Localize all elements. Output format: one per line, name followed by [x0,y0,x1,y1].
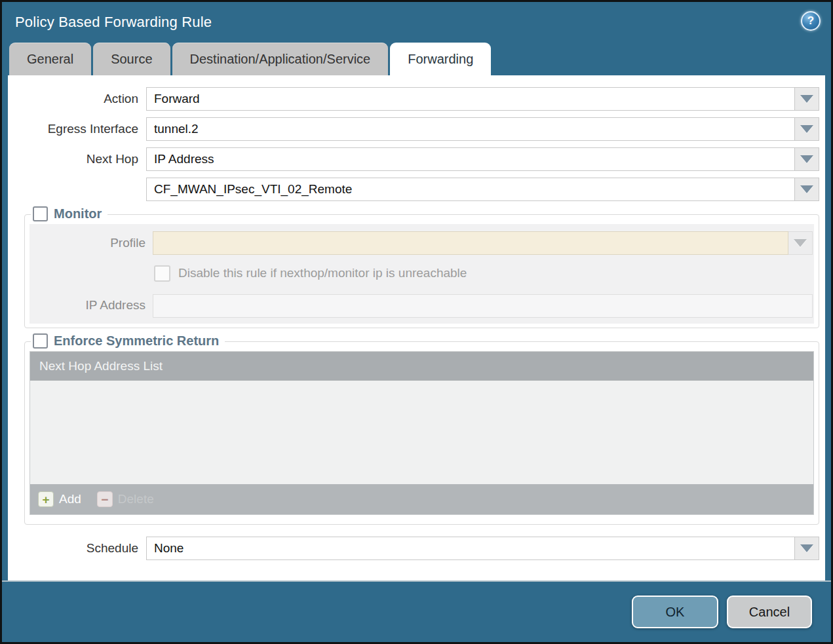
tab-source[interactable]: Source [93,43,170,75]
plus-icon: + [38,491,54,507]
next-hop-type-select[interactable]: IP Address [146,147,795,171]
action-label: Action [8,92,138,106]
chevron-down-icon [794,239,807,247]
delete-button-label: Delete [118,492,154,506]
dialog-titlebar: Policy Based Forwarding Rule ? [2,2,831,43]
chevron-down-icon [800,544,813,552]
monitor-ip-address-label: IP Address [29,298,145,313]
disable-rule-label: Disable this rule if nexthop/monitor ip … [178,266,467,280]
monitor-fieldset: Monitor Profile Disable this rule if nex… [24,214,819,328]
next-hop-address-dropdown-button[interactable] [795,178,819,201]
egress-interface-row: Egress Interface tunnel.2 [8,117,825,141]
monitor-panel: Profile Disable this rule if nexthop/mon… [29,224,814,324]
monitor-label: Monitor [54,206,102,221]
next-hop-address-list-header: Next Hop Address List [30,352,813,381]
schedule-row: Schedule None [8,537,825,560]
chevron-down-icon [800,95,813,103]
action-row: Action Forward [8,87,825,111]
monitor-ip-address-row: IP Address [29,294,814,316]
monitor-checkbox[interactable] [33,206,48,221]
ok-button[interactable]: OK [632,596,718,628]
tab-general[interactable]: General [9,43,91,75]
schedule-label: Schedule [8,541,138,556]
forwarding-tab-panel: Action Forward Egress Interface tunnel.2… [8,75,825,580]
tab-forwarding[interactable]: Forwarding [390,43,491,75]
schedule-select[interactable]: None [146,537,795,560]
next-hop-address-select[interactable]: CF_MWAN_IPsec_VTI_02_Remote [146,178,795,201]
profile-dropdown-button [788,231,813,255]
disable-rule-row: Disable this rule if nexthop/monitor ip … [154,265,814,281]
dialog-title: Policy Based Forwarding Rule [15,14,212,31]
egress-interface-dropdown-button[interactable] [795,117,819,141]
policy-based-forwarding-dialog: Policy Based Forwarding Rule ? General S… [2,2,831,642]
action-dropdown-button[interactable] [795,87,819,111]
enforce-symmetric-return-legend: Enforce Symmetric Return [31,333,225,349]
disable-rule-checkbox [154,265,170,282]
next-hop-address-list-body[interactable] [30,381,813,484]
tab-bar: General Source Destination/Application/S… [2,43,831,75]
profile-label: Profile [29,236,145,250]
next-hop-address-list-toolbar: + Add − Delete [30,484,813,514]
enforce-symmetric-return-fieldset: Enforce Symmetric Return Next Hop Addres… [24,341,819,525]
egress-interface-select[interactable]: tunnel.2 [146,117,795,141]
chevron-down-icon [800,155,813,163]
next-hop-label: Next Hop [8,152,138,166]
action-select[interactable]: Forward [146,87,795,111]
schedule-dropdown-button[interactable] [795,537,819,560]
tab-destination-application-service[interactable]: Destination/Application/Service [172,43,389,75]
egress-interface-label: Egress Interface [8,122,138,136]
next-hop-row: Next Hop IP Address [8,147,825,171]
monitor-ip-address-input [153,294,813,318]
next-hop-address-row: CF_MWAN_IPsec_VTI_02_Remote [8,178,825,201]
add-button-label: Add [59,492,81,506]
next-hop-type-dropdown-button[interactable] [795,147,819,171]
chevron-down-icon [800,185,813,193]
help-icon[interactable]: ? [801,11,821,31]
minus-icon: − [97,491,113,507]
enforce-symmetric-return-checkbox[interactable] [33,333,48,349]
profile-row: Profile [29,231,814,255]
cancel-button[interactable]: Cancel [727,596,812,628]
profile-select [153,231,788,255]
enforce-symmetric-return-label: Enforce Symmetric Return [54,333,219,349]
add-button[interactable]: + Add [38,491,81,507]
chevron-down-icon [800,125,813,133]
delete-button[interactable]: − Delete [97,491,154,507]
dialog-footer: OK Cancel [2,580,831,642]
next-hop-address-list-table: Next Hop Address List + Add − Delete [29,351,814,515]
monitor-legend: Monitor [31,206,107,221]
